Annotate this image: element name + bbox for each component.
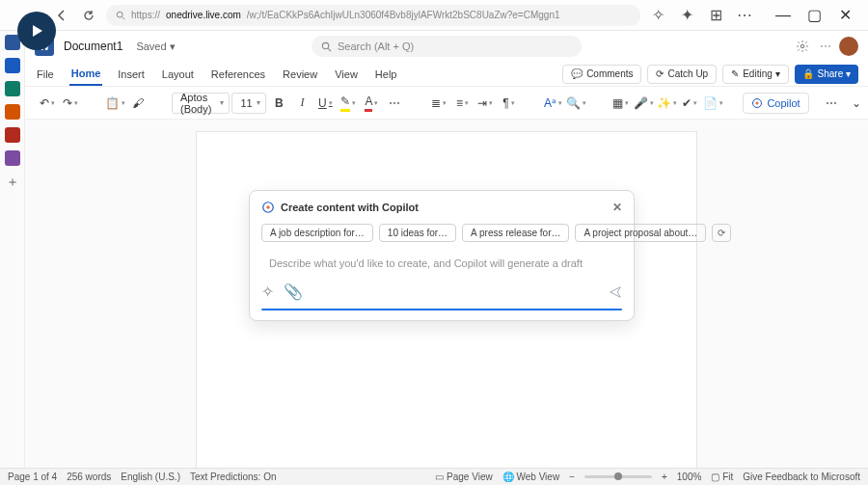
designer-button[interactable]: ✨ [656, 93, 677, 114]
search-box[interactable]: Search (Alt + Q) [312, 36, 582, 57]
copilot-label: Copilot [767, 97, 800, 109]
document-canvas: Create content with Copilot ✕ A job desc… [25, 120, 868, 468]
tab-layout[interactable]: Layout [160, 62, 196, 86]
address-bar[interactable]: https://onedrive.live.com/w;/t/EaCKkPs6A… [106, 5, 640, 26]
zoom-level[interactable]: 100% [677, 472, 702, 482]
play-overlay[interactable] [17, 12, 56, 50]
send-button[interactable] [609, 285, 622, 299]
editor-button[interactable]: ✔ [679, 93, 700, 114]
suggestion-chip[interactable]: A press release for… [462, 224, 569, 242]
reuse-button[interactable]: 📄 [702, 93, 723, 114]
rail-onenote-icon[interactable] [5, 150, 20, 166]
styles-button[interactable]: Aᵃ [542, 93, 563, 114]
fit-toggle[interactable]: ▢ Fit [711, 472, 733, 482]
font-size-select[interactable]: 11 [231, 93, 266, 114]
maximize-button[interactable]: ▢ [800, 5, 827, 26]
nav-back-button[interactable] [52, 6, 71, 25]
svg-marker-0 [33, 25, 42, 37]
redo-button[interactable]: ↷ [60, 93, 81, 114]
url-host: onedrive.live.com [166, 10, 241, 20]
web-view-label: Web View [516, 472, 559, 482]
indent-button[interactable]: ⇥ [475, 93, 496, 114]
paragraph-more-button[interactable]: ¶ [498, 93, 519, 114]
dictate-button[interactable]: 🎤 [633, 93, 654, 114]
bold-button[interactable]: B [268, 93, 289, 114]
app-rail: ＋ [0, 31, 25, 468]
catch-up-label: Catch Up [667, 68, 708, 79]
find-button[interactable]: 🔍 [565, 93, 586, 114]
format-painter-button[interactable]: 🖌 [127, 93, 149, 114]
italic-button[interactable]: I [291, 93, 312, 114]
highlight-button[interactable]: ✎ [338, 93, 359, 114]
ribbon-collapse-button[interactable]: ⌄ [846, 93, 867, 114]
status-words[interactable]: 256 words [67, 472, 111, 482]
svg-point-9 [266, 205, 270, 209]
rail-add-button[interactable]: ＋ [6, 174, 19, 191]
close-button[interactable]: ✕ [831, 5, 858, 26]
rail-outlook-icon[interactable] [5, 58, 20, 73]
svg-point-7 [756, 101, 759, 104]
title-more-icon[interactable]: ⋯ [820, 40, 831, 53]
tab-insert[interactable]: Insert [116, 62, 147, 86]
tab-home[interactable]: Home [69, 62, 103, 86]
bullets-button[interactable]: ≣ [428, 93, 449, 114]
nav-refresh-button[interactable] [79, 6, 98, 25]
rail-app-icon[interactable] [5, 127, 20, 143]
page-view-button[interactable]: ▭ Page View [435, 472, 492, 482]
refresh-suggestions-button[interactable]: ⟳ [712, 224, 731, 242]
collections-icon[interactable]: ⊞ [706, 6, 725, 25]
rail-excel-icon[interactable] [5, 81, 20, 96]
comments-button[interactable]: 💬 Comments [562, 65, 641, 84]
user-avatar[interactable] [839, 37, 858, 56]
editing-label: Editing ▾ [743, 68, 779, 79]
menu-icon[interactable]: ⋯ [735, 6, 754, 25]
tab-references[interactable]: References [209, 62, 267, 86]
share-button[interactable]: 🔒 Share ▾ [795, 65, 858, 84]
copilot-prompt-input[interactable]: Describe what you'd like to create, and … [261, 250, 622, 277]
attach-icon[interactable]: 📎 [284, 283, 303, 301]
table-button[interactable]: ▦ [610, 93, 631, 114]
tab-help[interactable]: Help [373, 62, 399, 86]
suggestion-chip[interactable]: A job description for… [261, 224, 373, 242]
copilot-card-close-button[interactable]: ✕ [612, 201, 622, 214]
zoom-slider[interactable] [584, 475, 652, 478]
font-family-select[interactable]: Aptos (Body) [172, 93, 230, 114]
save-state[interactable]: Saved ▾ [136, 40, 175, 53]
underline-button[interactable]: U [314, 93, 336, 114]
ribbon: ↶ ↷ 📋 🖌 Aptos (Body) 11 B I U ✎ A ⋯ ≣ ≡ … [25, 87, 868, 120]
tab-view[interactable]: View [333, 62, 360, 86]
paste-button[interactable]: 📋 [104, 93, 125, 114]
suggestion-chip[interactable]: 10 ideas for… [379, 224, 456, 242]
undo-button[interactable]: ↶ [37, 93, 58, 114]
suggestion-chip[interactable]: A project proposal about… [575, 224, 706, 242]
status-page[interactable]: Page 1 of 4 [8, 472, 57, 482]
minimize-button[interactable]: ― [770, 5, 797, 26]
tab-review[interactable]: Review [281, 62, 319, 86]
zoom-out-button[interactable]: − [569, 472, 575, 482]
document-page[interactable]: Create content with Copilot ✕ A job desc… [196, 131, 697, 468]
search-icon [116, 11, 125, 20]
share-label: Share ▾ [818, 68, 851, 79]
document-title[interactable]: Document1 [64, 40, 122, 53]
editing-mode-button[interactable]: ✎ Editing ▾ [722, 65, 788, 84]
copilot-ribbon-button[interactable]: Copilot [743, 93, 808, 114]
fit-label: Fit [722, 472, 733, 482]
inspire-icon[interactable]: ✧ [261, 283, 274, 301]
settings-gear-icon[interactable] [793, 37, 812, 56]
ribbon-more-button[interactable]: ⋯ [821, 93, 842, 114]
comments-label: Comments [586, 68, 633, 79]
font-color-button[interactable]: A [361, 93, 382, 114]
web-view-button[interactable]: 🌐 Web View [502, 472, 559, 482]
rail-powerpoint-icon[interactable] [5, 104, 20, 120]
tab-file[interactable]: File [35, 62, 56, 86]
numbering-button[interactable]: ≡ [451, 93, 473, 114]
extensions-icon[interactable]: ✦ [677, 6, 696, 25]
feedback-link[interactable]: Give Feedback to Microsoft [743, 472, 860, 482]
favorite-icon[interactable]: ✧ [648, 6, 667, 25]
zoom-in-button[interactable]: + [662, 472, 667, 482]
copilot-compose-card: Create content with Copilot ✕ A job desc… [249, 190, 635, 321]
font-more-button[interactable]: ⋯ [384, 93, 405, 114]
status-predictions[interactable]: Text Predictions: On [190, 472, 276, 482]
status-language[interactable]: English (U.S.) [121, 472, 180, 482]
catch-up-button[interactable]: ⟳ Catch Up [647, 65, 717, 84]
